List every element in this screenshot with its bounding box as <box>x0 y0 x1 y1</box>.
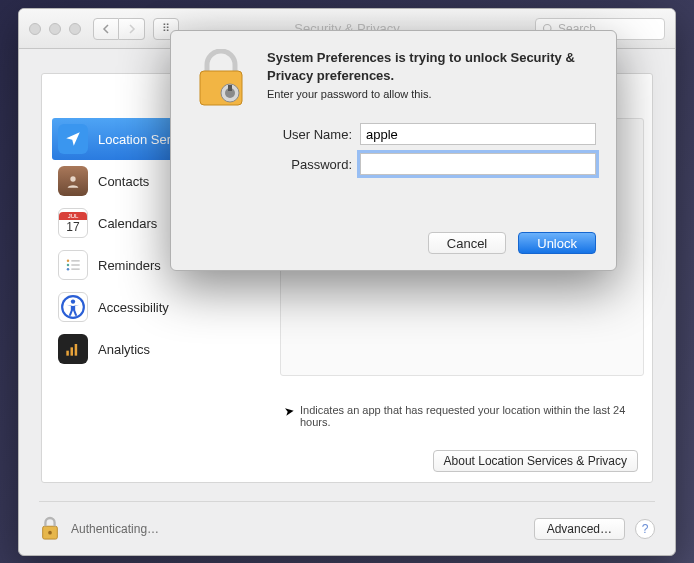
traffic-lights <box>29 23 81 35</box>
help-button[interactable]: ? <box>635 519 655 539</box>
reminders-icon <box>58 250 88 280</box>
password-input[interactable] <box>360 153 596 175</box>
auth-dialog: System Preferences is trying to unlock S… <box>170 30 617 271</box>
svg-rect-4 <box>71 260 79 262</box>
zoom-dot[interactable] <box>69 23 81 35</box>
forward-button[interactable] <box>119 18 145 40</box>
accessibility-icon <box>58 292 88 322</box>
password-label: Password: <box>267 157 352 172</box>
svg-rect-8 <box>71 268 79 270</box>
sidebar-item-label: Accessibility <box>98 300 169 315</box>
compass-arrow-icon: ➤ <box>283 403 295 419</box>
svg-rect-6 <box>71 264 79 266</box>
svg-point-2 <box>70 176 75 181</box>
sidebar-item-label: Analytics <box>98 342 150 357</box>
advanced-button[interactable]: Advanced… <box>534 518 625 540</box>
back-button[interactable] <box>93 18 119 40</box>
username-label: User Name: <box>267 127 352 142</box>
cancel-button[interactable]: Cancel <box>428 232 506 254</box>
location-hint: ➤ Indicates an app that has requested yo… <box>280 404 646 428</box>
close-dot[interactable] <box>29 23 41 35</box>
grid-icon: ⠿ <box>162 22 171 35</box>
hint-text: Indicates an app that has requested your… <box>300 404 638 428</box>
username-input[interactable] <box>360 123 596 145</box>
svg-rect-14 <box>75 344 78 356</box>
svg-point-11 <box>71 299 75 303</box>
dialog-title: System Preferences is trying to unlock S… <box>267 49 596 84</box>
minimize-dot[interactable] <box>49 23 61 35</box>
svg-rect-12 <box>66 351 69 356</box>
sidebar-item-label: Contacts <box>98 174 149 189</box>
sidebar-item-analytics[interactable]: Analytics <box>52 328 252 370</box>
sidebar-item-label: Reminders <box>98 258 161 273</box>
sidebar-item-accessibility[interactable]: Accessibility <box>52 286 252 328</box>
svg-point-3 <box>67 260 70 263</box>
contacts-icon <box>58 166 88 196</box>
dialog-subtitle: Enter your password to allow this. <box>267 88 596 100</box>
sidebar-item-label: Calendars <box>98 216 157 231</box>
location-icon <box>58 124 88 154</box>
analytics-icon <box>58 334 88 364</box>
svg-point-5 <box>67 264 70 267</box>
lock-icon[interactable] <box>39 515 61 543</box>
svg-rect-13 <box>71 347 74 355</box>
footer: Authenticating… Advanced… ? <box>39 501 655 545</box>
lock-large-icon <box>191 49 251 109</box>
about-location-button[interactable]: About Location Services & Privacy <box>433 450 638 472</box>
unlock-button[interactable]: Unlock <box>518 232 596 254</box>
lock-status-text: Authenticating… <box>71 522 159 536</box>
svg-rect-20 <box>228 85 232 91</box>
svg-point-16 <box>48 530 52 534</box>
svg-point-7 <box>67 268 70 271</box>
calendar-icon: JUL 17 <box>58 208 88 238</box>
